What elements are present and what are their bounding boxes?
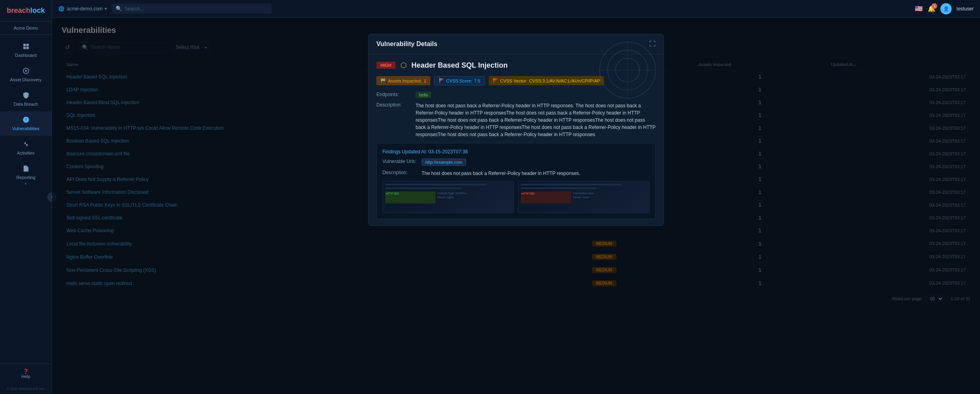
findings-desc-label: Description: [382, 170, 418, 177]
sidebar: breachlock Acme Demo Dashboard Asset Dis… [0, 0, 52, 394]
cvss-vector-label: CVSS Vector: [500, 78, 527, 83]
dashboard-icon [22, 43, 30, 51]
reporting-icon [22, 165, 30, 173]
sidebar-copyright: © 2023 BreachLock Inc. [3, 384, 48, 394]
findings-title: Findings Updated At: 03-15-2023T07:38 [382, 149, 650, 155]
sidebar-item-label: Dashboard [15, 53, 37, 58]
vuln-urls-label: Vulnerable Urls: [382, 159, 418, 166]
svg-point-4 [25, 70, 27, 72]
cvss-score-value: 7.5 [474, 78, 480, 83]
sidebar-item-asset-discovery[interactable]: Asset Discovery [0, 62, 52, 87]
cvss-score-icon: 🚩 [439, 78, 444, 83]
topbar-search[interactable]: 🔍 [112, 4, 272, 14]
globe-icon: 🌐 [58, 6, 64, 12]
vuln-url-value: http://example.com [422, 159, 466, 166]
severity-badge: HIGH [376, 62, 396, 69]
content-area: Vulnerabilities ↺ 🔍 Select Risk Critical… [52, 18, 980, 394]
cvss-score-label: CVSS Score: [446, 78, 472, 83]
findings-updated-label: Findings Updated At: [382, 149, 427, 155]
assets-badge-value: 1 [424, 78, 426, 83]
activities-icon [22, 141, 30, 149]
modal-overlay[interactable]: Vulnerability Details ⛶ HIGH ⬡ Header Ba [52, 18, 980, 394]
notification-bell[interactable]: 🔔 1 [928, 5, 936, 12]
notification-badge: 1 [932, 3, 937, 9]
chevron-down-icon: ▾ [105, 6, 107, 11]
cvss-vector-value: CVSS:3.1/AV:N/AC:L/AUn/CP/IP/AP [529, 78, 600, 83]
screenshot-1: HTTP 200 Content-Type: text/htmlServer: … [382, 181, 514, 213]
endpoints-label: Endpoints: [376, 92, 412, 98]
vuln-main-title: Header Based SQL Injection [412, 61, 508, 70]
help-icon: ❓ [23, 369, 29, 374]
description-row: Description: The host does not pass back… [376, 102, 656, 138]
assets-badge: 🏁 Assets Impacted: 1 [376, 76, 430, 85]
findings-desc-row: Description: The host does not pass back… [382, 170, 650, 177]
screenshots-row: HTTP 200 Content-Type: text/htmlServer: … [382, 181, 650, 213]
topbar-search-input[interactable] [124, 6, 268, 12]
modal-header: Vulnerability Details ⛶ [368, 34, 664, 54]
findings-desc-value: The host does not pass back a Referrer-P… [422, 170, 580, 177]
sidebar-help[interactable]: ❓ Help [0, 364, 52, 384]
chevron-icon: ▾ [25, 182, 27, 186]
sidebar-item-dashboard[interactable]: Dashboard [0, 38, 52, 62]
svg-rect-0 [23, 44, 26, 46]
vulnerability-details-modal: Vulnerability Details ⛶ HIGH ⬡ Header Ba [368, 34, 664, 226]
main-area: 🌐 acme-demo.com ▾ 🔍 🇺🇸 🔔 1 👤 testuser Vu… [52, 0, 980, 394]
description-label: Description: [376, 102, 412, 138]
sidebar-help-label: Help [3, 374, 48, 379]
user-avatar[interactable]: 👤 [940, 3, 952, 14]
cvss-vector-icon: 🚩 [493, 78, 498, 83]
modal-title: Vulnerability Details [376, 40, 437, 48]
findings-updated-value: 03-15-2023T07:38 [428, 149, 468, 155]
vuln-title-row: HIGH ⬡ Header Based SQL Injection [376, 61, 656, 70]
svg-rect-3 [26, 47, 28, 49]
search-icon: 🔍 [116, 6, 122, 12]
endpoint-value: hello [416, 92, 431, 98]
expand-icon[interactable]: ⛶ [649, 40, 656, 48]
username-label: testuser [956, 6, 974, 12]
topbar: 🌐 acme-demo.com ▾ 🔍 🇺🇸 🔔 1 👤 testuser [52, 0, 980, 18]
flag-icon: 🇺🇸 [915, 5, 923, 12]
screenshot-2: HTTP 500 Connection resetServer: none [518, 181, 650, 213]
sidebar-logo: breachlock [0, 0, 52, 22]
assets-badge-label: Assets Impacted: [388, 78, 422, 83]
sidebar-item-activities[interactable]: Activities [0, 136, 52, 160]
svg-rect-2 [23, 47, 26, 49]
sidebar-item-data-breach[interactable]: Data Breach [0, 87, 52, 111]
sidebar-item-label: Reporting [16, 175, 36, 180]
meta-badges: 🏁 Assets Impacted: 1 🚩 CVSS Score: 7.5 🚩… [376, 76, 656, 85]
asset-discovery-icon [22, 67, 30, 75]
sidebar-item-label: Data Breach [14, 102, 38, 107]
topbar-domain[interactable]: 🌐 acme-demo.com ▾ [58, 6, 107, 12]
topbar-right: 🇺🇸 🔔 1 👤 testuser [915, 3, 974, 14]
svg-rect-1 [26, 44, 28, 46]
sidebar-item-label: Vulnerabilities [12, 126, 39, 131]
findings-section: Findings Updated At: 03-15-2023T07:38 Vu… [376, 143, 656, 219]
data-breach-icon [22, 92, 30, 100]
vulnerabilities-icon [22, 116, 30, 124]
sidebar-item-vulnerabilities[interactable]: Vulnerabilities [0, 111, 52, 136]
endpoints-row: Endpoints: hello [376, 92, 656, 98]
domain-text: acme-demo.com [67, 6, 102, 12]
modal-body: HIGH ⬡ Header Based SQL Injection 🏁 Asse… [368, 54, 664, 225]
sidebar-item-label: Activities [17, 151, 34, 155]
sidebar-item-label: Asset Discovery [10, 77, 42, 82]
assets-icon: 🏁 [380, 78, 386, 83]
sidebar-account: Acme Demo [0, 22, 52, 35]
sidebar-nav: Dashboard Asset Discovery Data Breach Vu… [0, 35, 52, 364]
sidebar-item-reporting[interactable]: Reporting ▾ [0, 160, 52, 191]
logo-text: breachlock [7, 6, 45, 15]
cvss-vector-badge: 🚩 CVSS Vector: CVSS:3.1/AV:N/AC:L/AUn/CP… [489, 76, 604, 85]
vulnerable-urls-row: Vulnerable Urls: http://example.com [382, 159, 650, 166]
description-value: The host does not pass back a Referrer-P… [416, 102, 656, 138]
cvss-score-badge: 🚩 CVSS Score: 7.5 [434, 76, 485, 85]
